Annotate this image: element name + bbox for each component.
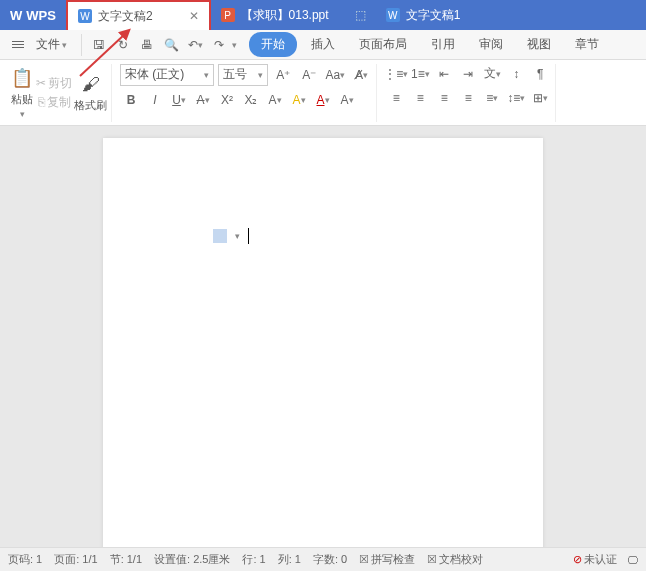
spellcheck-icon: ☒	[359, 553, 369, 566]
format-painter-button[interactable]: 🖌 格式刷	[74, 72, 107, 113]
font-size-select[interactable]: 五号▾	[218, 64, 268, 86]
italic-icon[interactable]: I	[144, 90, 166, 110]
undo-icon[interactable]: ↶▾	[184, 34, 206, 56]
verify-icon: ⊘	[573, 553, 582, 566]
tab-section[interactable]: 章节	[565, 30, 609, 59]
document-page[interactable]: ▾	[103, 138, 543, 547]
tab-references[interactable]: 引用	[421, 30, 465, 59]
superscript-icon[interactable]: X²	[216, 90, 238, 110]
decrease-font-icon[interactable]: A⁻	[298, 65, 320, 85]
dropdown-icon: ▾	[235, 231, 240, 241]
app-logo: W WPS	[0, 8, 66, 23]
redo-icon[interactable]: ↷	[208, 34, 230, 56]
file-menu[interactable]: 文件 ▾	[30, 32, 73, 57]
decrease-indent-icon[interactable]: ⇤	[433, 64, 455, 84]
word-doc-icon: W	[78, 9, 92, 23]
distribute-icon[interactable]: ≡▾	[481, 88, 503, 108]
text-effect-icon[interactable]: A▾	[264, 90, 286, 110]
document-tab[interactable]: W 文字文稿1	[376, 0, 471, 30]
clear-format-icon[interactable]: A̸▾	[350, 65, 372, 85]
shading-icon[interactable]: A▾	[336, 90, 358, 110]
increase-font-icon[interactable]: A⁺	[272, 65, 294, 85]
highlight-icon[interactable]: A▾	[288, 90, 310, 110]
clipboard-icon: 📋	[10, 66, 34, 90]
number-list-icon[interactable]: 1≡▾	[409, 64, 431, 84]
align-center-icon[interactable]: ≡	[409, 88, 431, 108]
brush-icon: 🖌	[79, 72, 103, 96]
print-icon[interactable]: 🖶	[136, 34, 158, 56]
status-spellcheck[interactable]: ☒拼写检查	[359, 552, 415, 567]
border-icon[interactable]: ⊞▾	[529, 88, 551, 108]
format-painter-label: 格式刷	[74, 98, 107, 113]
wps-icon: W	[10, 8, 22, 23]
text-cursor	[248, 228, 249, 244]
file-label: 文件	[36, 36, 60, 53]
title-bar: W WPS W 文字文稿2 ✕ P 【求职】013.ppt ⬚ W 文字文稿1	[0, 0, 646, 30]
cut-button[interactable]: ✂剪切	[36, 75, 72, 92]
underline-icon[interactable]: U▾	[168, 90, 190, 110]
document-tab[interactable]: P 【求职】013.ppt ⬚	[211, 0, 376, 30]
status-row[interactable]: 行: 1	[242, 552, 265, 567]
ppt-doc-icon: P	[221, 8, 235, 22]
status-proofread[interactable]: ☒文档校对	[427, 552, 483, 567]
menu-bar: 文件 ▾ 🖫 ↻ 🖶 🔍 ↶▾ ↷ ▾ 开始 插入 页面布局 引用 审阅 视图 …	[0, 30, 646, 60]
status-page[interactable]: 页面: 1/1	[54, 552, 97, 567]
tab-layout[interactable]: 页面布局	[349, 30, 417, 59]
copy-button[interactable]: ⎘复制	[38, 94, 71, 111]
sort-icon[interactable]: ↕	[505, 64, 527, 84]
font-color-icon[interactable]: A▾	[312, 90, 334, 110]
hamburger-icon[interactable]	[8, 37, 28, 52]
save-icon[interactable]: 🖫	[88, 34, 110, 56]
paste-label: 粘贴	[11, 92, 33, 107]
status-verify[interactable]: ⊘未认证	[573, 552, 617, 567]
tab-home[interactable]: 开始	[249, 32, 297, 57]
status-chars[interactable]: 字数: 0	[313, 552, 347, 567]
document-area: ▾	[0, 126, 646, 547]
line-spacing-icon[interactable]: ↕≡▾	[505, 88, 527, 108]
status-setting[interactable]: 设置值: 2.5厘米	[154, 552, 230, 567]
font-name-select[interactable]: 宋体 (正文)▾	[120, 64, 214, 86]
tab-review[interactable]: 审阅	[469, 30, 513, 59]
qat-dropdown-icon[interactable]: ▾	[232, 40, 237, 50]
close-tab-icon[interactable]: ✕	[189, 9, 199, 23]
bold-icon[interactable]: B	[120, 90, 142, 110]
copy-icon: ⎘	[38, 95, 45, 109]
status-section[interactable]: 节: 1/1	[110, 552, 142, 567]
subscript-icon[interactable]: X₂	[240, 90, 262, 110]
tab-insert[interactable]: 插入	[301, 30, 345, 59]
bullet-list-icon[interactable]: ⋮≡▾	[385, 64, 407, 84]
dropdown-icon: ▾	[62, 40, 67, 50]
status-page-num[interactable]: 页码: 1	[8, 552, 42, 567]
tab-label: 文字文稿1	[406, 7, 461, 24]
page-break-icon	[213, 229, 227, 243]
app-name: WPS	[26, 8, 56, 23]
tab-view[interactable]: 视图	[517, 30, 561, 59]
tab-extra-icon[interactable]: ⬚	[355, 8, 366, 22]
show-marks-icon[interactable]: ¶	[529, 64, 551, 84]
print-preview-icon[interactable]: 🔍	[160, 34, 182, 56]
align-right-icon[interactable]: ≡	[433, 88, 455, 108]
document-tab-active[interactable]: W 文字文稿2 ✕	[66, 0, 211, 30]
increase-indent-icon[interactable]: ⇥	[457, 64, 479, 84]
proofread-icon: ☒	[427, 553, 437, 566]
word-doc-icon: W	[386, 8, 400, 22]
status-col[interactable]: 列: 1	[278, 552, 301, 567]
change-case-icon[interactable]: Aa▾	[324, 65, 346, 85]
scissors-icon: ✂	[36, 76, 46, 90]
ribbon: 📋 粘贴▾ ✂剪切 ⎘复制 🖌 格式刷 宋体 (正文)▾ 五号▾ A⁺ A⁻ A…	[0, 60, 646, 126]
strikethrough-icon[interactable]: A▾	[192, 90, 214, 110]
dropdown-icon: ▾	[258, 70, 263, 80]
tab-label: 文字文稿2	[98, 8, 153, 25]
quick-access-toolbar: 🖫 ↻ 🖶 🔍 ↶▾ ↷ ▾	[81, 34, 243, 56]
paste-button[interactable]: 📋 粘贴▾	[10, 66, 34, 119]
align-left-icon[interactable]: ≡	[385, 88, 407, 108]
sync-icon[interactable]: ↻	[112, 34, 134, 56]
phonetic-guide-icon[interactable]: 文▾	[481, 64, 503, 84]
dropdown-icon: ▾	[204, 70, 209, 80]
status-view-icon[interactable]: 🖵	[627, 552, 638, 567]
justify-icon[interactable]: ≡	[457, 88, 479, 108]
status-bar: 页码: 1 页面: 1/1 节: 1/1 设置值: 2.5厘米 行: 1 列: …	[0, 547, 646, 571]
tab-label: 【求职】013.ppt	[241, 7, 329, 24]
